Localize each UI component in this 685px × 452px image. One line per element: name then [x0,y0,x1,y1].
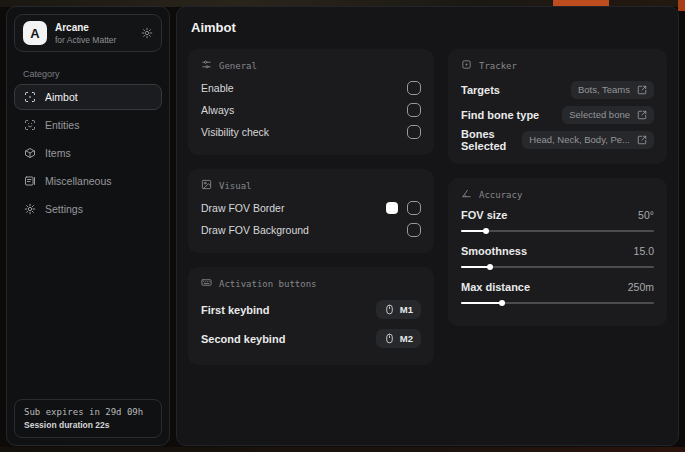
brand-name: Arcane [55,22,133,33]
keybind-value: M2 [400,333,413,344]
session-duration-text: Session duration 22s [24,420,152,430]
mouse-icon [384,304,395,315]
setting-label: Enable [201,82,234,94]
brand-header: A Arcane for Active Matter [14,14,162,52]
draw-fov-border-checkbox[interactable] [407,201,421,215]
targets-select[interactable]: Bots, Teams [571,81,654,99]
scan-icon [24,91,36,103]
setting-label: Second keybind [201,333,285,345]
setting-label: First keybind [201,304,269,316]
sub-expiry-text: Sub expires in 29d 09h [24,407,152,417]
setting-label: Always [201,104,234,116]
card-general: General Enable Always Visibility check [188,49,434,155]
card-visual: Visual Draw FOV Border Draw FOV Backgrou… [188,169,434,253]
card-accuracy: Accuracy FOV size 50° Smoothness 15.0 [448,178,667,326]
setting-label: Max distance [461,281,530,293]
game-background-strip [0,447,685,452]
gear-icon [24,203,36,215]
setting-row: First keybind M1 [201,295,421,324]
sidebar-item-label: Aimbot [45,91,78,103]
sidebar-item-settings[interactable]: Settings [14,196,162,222]
setting-label: Smoothness [461,245,527,257]
setting-row: Visibility check [201,121,421,143]
draw-fov-background-checkbox[interactable] [407,223,421,237]
slider-fill [461,302,502,304]
open-select-icon [637,85,647,95]
main-panel: Aimbot General Enable Always [176,6,679,446]
max-distance-slider[interactable] [461,302,654,304]
target-icon [461,59,472,72]
enable-checkbox[interactable] [407,81,421,95]
card-activation-buttons: Activation buttons First keybind M1 Seco… [188,267,434,365]
sidebar-item-label: Items [45,147,71,159]
setting-row: Bones Selected Head, Neck, Body, Pe... [461,127,654,152]
slider-group: Smoothness 15.0 [461,242,654,268]
slider-group: Max distance 250m [461,278,654,304]
setting-row: Second keybind M2 [201,324,421,353]
find-bone-type-select[interactable]: Selected bone [562,106,654,124]
setting-row: Draw FOV Background [201,219,421,241]
open-select-icon [637,135,647,145]
mouse-icon [384,333,395,344]
page-title: Aimbot [191,20,667,35]
entities-icon [24,119,36,131]
fov-size-slider[interactable] [461,230,654,232]
card-title: Visual [219,181,252,191]
slider-group: FOV size 50° [461,206,654,232]
setting-label: Draw FOV Background [201,224,309,236]
brand-subtitle: for Active Matter [55,35,133,45]
gear-icon[interactable] [141,27,153,39]
card-title: General [219,61,257,71]
sidebar-item-entities[interactable]: Entities [14,112,162,138]
setting-label: Visibility check [201,126,269,138]
category-nav: Aimbot Entities Items [7,84,169,224]
smoothness-slider[interactable] [461,266,654,268]
setting-label: Targets [461,84,500,96]
slider-fill [461,266,490,268]
list-box-icon [24,175,36,187]
always-checkbox[interactable] [407,103,421,117]
setting-row: Find bone type Selected bone [461,102,654,127]
select-value: Bots, Teams [578,84,630,95]
sidebar-item-aimbot[interactable]: Aimbot [14,84,162,110]
card-title: Accuracy [479,190,522,200]
category-label: Category [23,69,169,79]
image-icon [201,179,212,192]
select-value: Selected bone [569,109,630,120]
setting-row: Targets Bots, Teams [461,77,654,102]
sidebar-item-label: Miscellaneous [45,175,112,187]
setting-label: Find bone type [461,109,539,121]
first-keybind-button[interactable]: M1 [376,300,421,319]
sidebar-item-items[interactable]: Items [14,140,162,166]
slider-value: 50° [638,209,654,221]
setting-row: Enable [201,77,421,99]
sidebar-item-label: Settings [45,203,83,215]
game-background-accent [678,0,685,11]
fov-border-color-swatch[interactable] [386,202,398,214]
setting-label: Bones Selected [461,128,522,152]
setting-label: Draw FOV Border [201,202,284,214]
keyboard-icon [201,277,212,290]
setting-label: FOV size [461,209,507,221]
cube-icon [24,147,36,159]
slider-value: 15.0 [634,245,654,257]
open-select-icon [637,110,647,120]
card-title: Activation buttons [219,279,317,289]
sidebar-item-miscellaneous[interactable]: Miscellaneous [14,168,162,194]
visibility-check-checkbox[interactable] [407,125,421,139]
bones-selected-select[interactable]: Head, Neck, Body, Pe... [522,131,654,149]
subscription-info: Sub expires in 29d 09h Session duration … [14,399,162,438]
card-title: Tracker [479,61,517,71]
sliders-icon [201,59,212,72]
brand-logo: A [23,21,47,45]
card-tracker: Tracker Targets Bots, Teams Find bone ty… [448,49,667,164]
setting-row: Draw FOV Border [201,197,421,219]
second-keybind-button[interactable]: M2 [376,329,421,348]
setting-row: Always [201,99,421,121]
sidebar-item-label: Entities [45,119,79,131]
select-value: Head, Neck, Body, Pe... [529,134,630,145]
slider-value: 250m [628,281,654,293]
keybind-value: M1 [400,304,413,315]
sidebar: A Arcane for Active Matter Category Aimb… [6,6,170,446]
angle-icon [461,188,472,201]
